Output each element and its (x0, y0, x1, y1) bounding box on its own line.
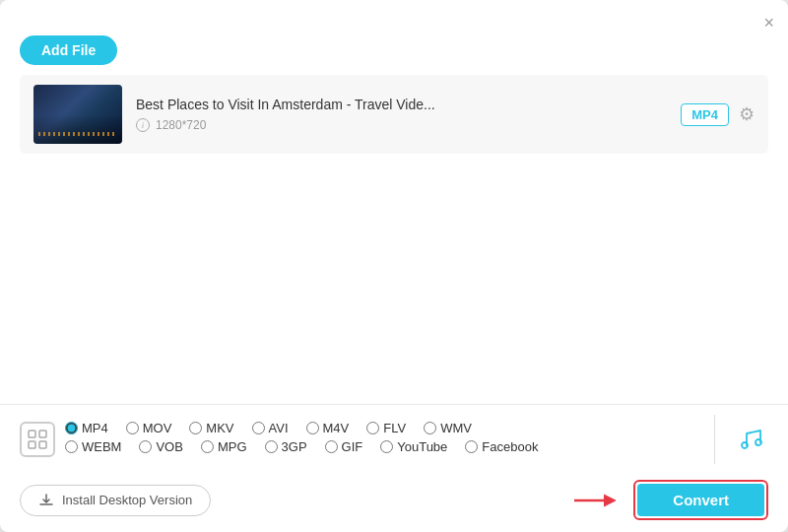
format-option-3gp[interactable]: 3GP (265, 439, 307, 454)
svg-rect-2 (29, 441, 35, 448)
format-row-1: MP4 MOV MKV AVI M4V FLV (65, 421, 696, 435)
file-meta: i 1280*720 (136, 118, 667, 132)
info-icon: i (136, 118, 150, 132)
format-option-flv[interactable]: FLV (366, 421, 406, 435)
toolbar: Add File (0, 35, 788, 75)
title-bar: × (0, 0, 788, 35)
file-title: Best Places to Visit In Amsterdam - Trav… (136, 97, 667, 112)
format-options: MP4 MOV MKV AVI M4V FLV (65, 421, 696, 458)
format-option-mp4[interactable]: MP4 (65, 421, 108, 435)
vertical-divider (714, 415, 715, 464)
format-option-gif[interactable]: GIF (325, 439, 363, 454)
svg-rect-0 (29, 431, 35, 437)
format-option-vob[interactable]: VOB (139, 439, 182, 454)
add-file-button[interactable]: Add File (20, 35, 117, 65)
convert-area: Convert (574, 480, 768, 520)
file-info: Best Places to Visit In Amsterdam - Trav… (136, 97, 667, 132)
file-list: Best Places to Visit In Amsterdam - Trav… (0, 75, 788, 404)
format-option-facebook[interactable]: Facebook (465, 439, 538, 454)
format-badge[interactable]: MP4 (681, 103, 729, 126)
file-actions: MP4 ⚙ (681, 103, 755, 126)
format-section: MP4 MOV MKV AVI M4V FLV (20, 405, 768, 470)
music-icon[interactable] (733, 422, 768, 457)
format-option-webm[interactable]: WEBM (65, 439, 121, 454)
convert-button[interactable]: Convert (637, 484, 764, 516)
bottom-bar: MP4 MOV MKV AVI M4V FLV (0, 404, 788, 532)
close-button[interactable]: × (763, 14, 774, 32)
file-thumbnail (33, 85, 122, 144)
grid-icon (27, 429, 48, 450)
svg-rect-3 (39, 441, 46, 448)
format-option-mpg[interactable]: MPG (201, 439, 247, 454)
action-bar: Install Desktop Version Convert (20, 470, 768, 532)
thumbnail-overlay (38, 132, 117, 136)
settings-icon[interactable]: ⚙ (739, 103, 755, 125)
format-option-m4v[interactable]: M4V (306, 421, 350, 435)
svg-rect-1 (39, 431, 46, 437)
format-option-youtube[interactable]: YouTube (380, 439, 447, 454)
format-option-wmv[interactable]: WMV (424, 421, 472, 435)
arrow-hint (574, 491, 622, 510)
format-option-mov[interactable]: MOV (126, 421, 172, 435)
file-resolution: 1280*720 (156, 118, 206, 132)
format-option-avi[interactable]: AVI (252, 421, 289, 435)
install-desktop-button[interactable]: Install Desktop Version (20, 485, 211, 516)
main-window: × Add File Best Places to Visit In Amste… (0, 0, 788, 532)
file-item: Best Places to Visit In Amsterdam - Trav… (20, 75, 768, 154)
download-icon (38, 493, 54, 508)
convert-wrapper: Convert (633, 480, 768, 520)
format-option-mkv[interactable]: MKV (189, 421, 233, 435)
format-row-2: WEBM VOB MPG 3GP GIF YouT (65, 439, 696, 454)
format-grid-icon (20, 422, 55, 457)
